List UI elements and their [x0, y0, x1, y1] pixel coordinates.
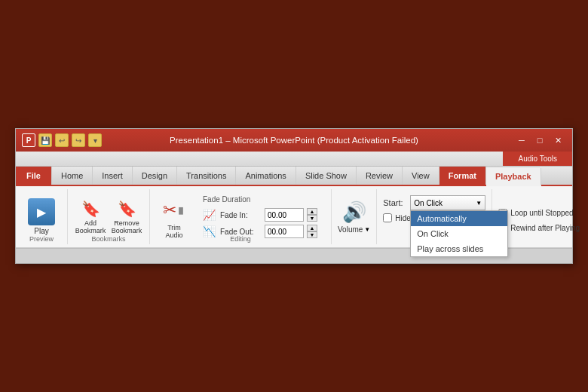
- playback-options-group: Start: On Click ▼ Automatically On Click…: [377, 189, 492, 244]
- fade-out-label: Fade Out:: [220, 228, 262, 236]
- start-value: On Click: [414, 199, 443, 207]
- fade-in-row: 📈 Fade In: ▲ ▼: [203, 208, 317, 222]
- preview-group: ▶ Play Preview: [16, 189, 68, 244]
- volume-arrow-icon: ▼: [364, 226, 370, 233]
- undo-button[interactable]: ↩: [55, 133, 69, 147]
- fade-out-input[interactable]: [265, 225, 304, 238]
- loop-label: Loop until Stopped: [510, 209, 573, 217]
- tab-file[interactable]: File: [16, 167, 52, 185]
- fade-out-spinner: ▲ ▼: [307, 225, 317, 238]
- trim-label: TrimAudio: [165, 225, 182, 240]
- tab-animations[interactable]: Animations: [236, 167, 296, 185]
- fade-duration-group: Fade Duration 📈 Fade In: ▲ ▼ 📉 Fade Out:: [195, 194, 325, 240]
- bookmarks-group-label: Bookmarks: [91, 235, 125, 243]
- close-button[interactable]: ✕: [550, 133, 566, 147]
- ribbon-content: ▶ Play Preview 🔖 AddBookmark 🔖 RemoveBoo…: [16, 186, 572, 248]
- add-bookmark-button[interactable]: 🔖 AddBookmark: [74, 198, 107, 235]
- title-bar: P 💾 ↩ ↪ ▾ Presentation1 – Microsoft Powe…: [16, 129, 572, 152]
- play-icon: ▶: [28, 198, 55, 225]
- redo-button[interactable]: ↪: [72, 133, 85, 147]
- volume-icon[interactable]: 🔊: [342, 201, 366, 224]
- add-bookmark-label: AddBookmark: [75, 220, 106, 235]
- fade-in-spinner: ▲ ▼: [307, 208, 317, 222]
- play-button[interactable]: ▶ Play: [22, 195, 61, 238]
- tab-row: File Home Insert Design Transitions Anim…: [16, 167, 572, 186]
- fade-in-input[interactable]: [265, 208, 304, 222]
- fade-in-down-button[interactable]: ▼: [307, 215, 317, 222]
- editing-group-label: Editing: [230, 235, 251, 243]
- fade-in-up-button[interactable]: ▲: [307, 208, 317, 215]
- start-dropdown[interactable]: On Click ▼: [410, 195, 485, 210]
- rewind-row: Rewind after Playing: [498, 224, 580, 233]
- tab-format[interactable]: Format: [439, 167, 486, 185]
- fade-duration-label: Fade Duration: [203, 195, 317, 204]
- window-title: Presentation1 – Microsoft PowerPoint (Pr…: [170, 136, 418, 145]
- dropdown-arrow-icon: ▼: [476, 200, 482, 207]
- add-bookmark-icon: 🔖: [80, 198, 101, 219]
- volume-group: 🔊 Volume ▼: [332, 189, 377, 244]
- tab-transitions[interactable]: Transitions: [177, 167, 236, 185]
- tab-insert[interactable]: Insert: [93, 167, 133, 185]
- tab-slideshow[interactable]: Slide Show: [296, 167, 357, 185]
- dropdown-item-automatically[interactable]: Automatically: [411, 211, 507, 226]
- fade-out-up-button[interactable]: ▲: [307, 225, 317, 231]
- hide-during-show-checkbox[interactable]: [383, 213, 392, 222]
- remove-bookmark-button[interactable]: 🔖 RemoveBookmark: [110, 198, 143, 235]
- ribbon-window: P 💾 ↩ ↪ ▾ Presentation1 – Microsoft Powe…: [15, 128, 573, 264]
- maximize-button[interactable]: □: [531, 133, 548, 147]
- start-label: Start:: [383, 198, 407, 207]
- bookmarks-group: 🔖 AddBookmark 🔖 RemoveBookmark Bookmarks: [68, 189, 150, 244]
- start-row: Start: On Click ▼ Automatically On Click…: [383, 195, 485, 210]
- play-label: Play: [34, 227, 48, 235]
- dropdown-item-play-across[interactable]: Play across slides: [411, 241, 507, 256]
- fade-in-label: Fade In:: [220, 211, 262, 219]
- remove-bookmark-icon: 🔖: [116, 198, 137, 219]
- fade-in-icon: 📈: [203, 209, 216, 221]
- editing-group: ✂ ▐▌ TrimAudio Fade Duration 📈 Fade In: …: [150, 189, 332, 244]
- tab-view[interactable]: View: [403, 167, 439, 185]
- remove-bookmark-label: RemoveBookmark: [112, 220, 142, 235]
- fade-out-icon: 📉: [203, 225, 216, 237]
- trim-audio-button[interactable]: ✂ ▐▌ TrimAudio: [156, 194, 192, 243]
- save-button[interactable]: 💾: [38, 133, 52, 147]
- preview-group-label: Preview: [29, 235, 54, 243]
- tab-home[interactable]: Home: [52, 167, 93, 185]
- tab-review[interactable]: Review: [357, 167, 403, 185]
- audio-tools-label: Audio Tools: [503, 152, 572, 166]
- rewind-label: Rewind after Playing: [510, 224, 580, 232]
- trim-icon: ✂ ▐▌: [161, 197, 188, 224]
- fade-out-row: 📉 Fade Out: ▲ ▼: [203, 225, 317, 238]
- tab-playback[interactable]: Playback: [486, 168, 541, 186]
- ppt-icon: P: [22, 133, 35, 147]
- volume-button[interactable]: Volume ▼: [338, 225, 370, 234]
- fade-out-down-button[interactable]: ▼: [307, 231, 317, 238]
- minimize-button[interactable]: ─: [513, 133, 530, 147]
- customize-qat-button[interactable]: ▾: [88, 133, 102, 147]
- tab-design[interactable]: Design: [133, 167, 177, 185]
- start-dropdown-menu: Automatically On Click Play across slide…: [410, 210, 508, 257]
- dropdown-item-on-click[interactable]: On Click: [411, 226, 507, 241]
- volume-label: Volume: [338, 225, 363, 234]
- audio-tools-banner: Audio Tools: [16, 152, 572, 167]
- window-controls: ─ □ ✕: [513, 133, 566, 147]
- title-bar-left: P 💾 ↩ ↪ ▾: [22, 133, 102, 147]
- loop-row: Loop until Stopped: [498, 209, 573, 218]
